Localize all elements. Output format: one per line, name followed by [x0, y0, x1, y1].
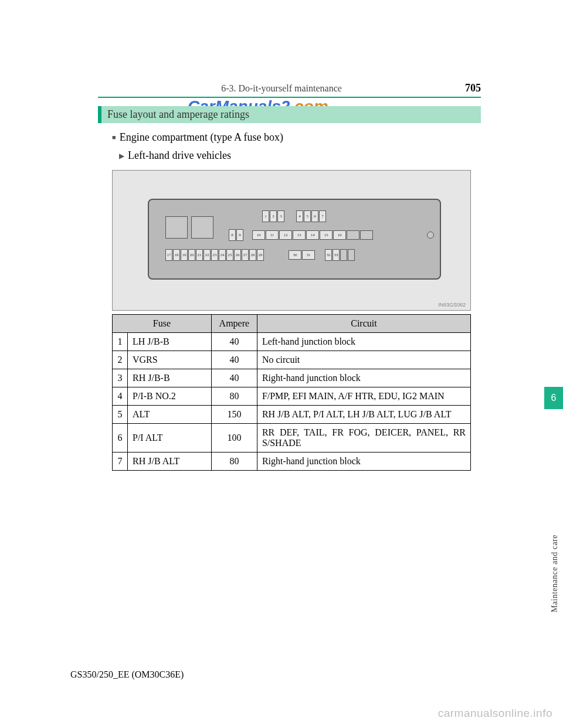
- fuse-slot: 20: [188, 249, 195, 261]
- table-row: 6P/I ALT100RR DEF, TAIL, FR FOG, DEICER,…: [113, 424, 471, 453]
- fuse-slot-blank: [347, 230, 359, 240]
- cell-ampere: 150: [211, 406, 257, 424]
- fuse-slot: 18: [173, 249, 180, 261]
- cell-ampere: 40: [211, 369, 257, 387]
- fuse-slot: 25: [226, 249, 233, 261]
- triangle-bullet-icon: ▶: [119, 152, 124, 160]
- cell-num: 2: [113, 351, 128, 369]
- fuse-slot: 19: [181, 249, 188, 261]
- fuse-slot: 2: [270, 210, 277, 222]
- fuse-slot: 31: [302, 250, 315, 260]
- cell-circuit: Right-hand junction block: [257, 453, 470, 471]
- fuse-slot: 14: [306, 230, 319, 240]
- relay-block: [191, 216, 213, 239]
- fuse-slot: 15: [320, 230, 333, 240]
- cell-num: 5: [113, 406, 128, 424]
- cell-ampere: 100: [211, 424, 257, 453]
- fuse-slot: 3: [277, 210, 284, 222]
- cell-circuit: RH J/B ALT, P/I ALT, LH J/B ALT, LUG J/B…: [257, 406, 470, 424]
- col-header-circuit: Circuit: [257, 315, 470, 333]
- cell-ampere: 80: [211, 453, 257, 471]
- subsubheading: ▶Left-hand drive vehicles: [119, 149, 481, 162]
- fuse-row-1: 1 2 3 4 5 6 7: [262, 210, 326, 222]
- fuse-box-diagram: 1 2 3 4 5 6 7 8 9 10 11 12 13: [112, 170, 471, 311]
- fuse-slot: 1: [262, 210, 269, 222]
- relay-block: [165, 216, 188, 239]
- fuse-slot: 4: [296, 210, 303, 222]
- cell-ampere: 40: [211, 351, 257, 369]
- fuse-slot: 7: [319, 210, 326, 222]
- square-bullet-icon: ■: [112, 134, 116, 141]
- subsubheading-text: Left-hand drive vehicles: [128, 149, 231, 161]
- cell-num: 1: [113, 333, 128, 351]
- table-row: 5ALT150RH J/B ALT, P/I ALT, LH J/B ALT, …: [113, 406, 471, 424]
- fuse-slot: 11: [266, 230, 279, 240]
- fuse-slot-blank: [348, 249, 355, 261]
- fuse-slot: 9: [236, 229, 243, 241]
- cell-circuit: F/PMP, EFI MAIN, A/F HTR, EDU, IG2 MAIN: [257, 387, 470, 406]
- fuse-row-3-right: 32 33: [325, 249, 355, 261]
- cell-circuit: Left-hand junction block: [257, 333, 470, 351]
- table-header-row: Fuse Ampere Circuit: [113, 315, 471, 333]
- cell-fuse: LH J/B-B: [128, 333, 212, 351]
- fuse-table: Fuse Ampere Circuit 1LH J/B-B40Left-hand…: [112, 314, 471, 471]
- fuse-slot: 24: [219, 249, 226, 261]
- fuse-slot: 26: [234, 249, 241, 261]
- fuse-row-2-left: 8 9: [229, 229, 243, 241]
- fuse-slot: 28: [249, 249, 256, 261]
- fuse-row-3-left: 17 18 19 20 21 22 23 24 25 26 27 28 29: [165, 249, 264, 261]
- fuse-slot: 8: [229, 229, 236, 241]
- cell-ampere: 40: [211, 333, 257, 351]
- col-header-ampere: Ampere: [211, 315, 257, 333]
- cell-fuse: VGRS: [128, 351, 212, 369]
- fuse-slot: 21: [196, 249, 203, 261]
- table-row: 3RH J/B-B40Right-hand junction block: [113, 369, 471, 387]
- fuse-slot-blank: [360, 230, 373, 240]
- subheading: ■Engine compartment (type A fuse box): [112, 131, 481, 144]
- cell-ampere: 80: [211, 387, 257, 406]
- cell-fuse: P/I-B NO.2: [128, 387, 212, 406]
- page-content: 6-3. Do-it-yourself maintenance 705 Fuse…: [0, 0, 563, 471]
- fuse-slot: 22: [204, 249, 211, 261]
- chapter-tab: 6: [544, 387, 563, 409]
- fuse-slot: 33: [333, 249, 340, 261]
- breadcrumb: 6-3. Do-it-yourself maintenance: [98, 83, 465, 94]
- cell-circuit: Right-hand junction block: [257, 369, 470, 387]
- cell-circuit: No circuit: [257, 351, 470, 369]
- fuse-box-outline: 1 2 3 4 5 6 7 8 9 10 11 12 13: [148, 199, 441, 280]
- footer-site-watermark: carmanualsonline.info: [438, 707, 552, 720]
- table-row: 4P/I-B NO.280F/PMP, EFI MAIN, A/F HTR, E…: [113, 387, 471, 406]
- table-row: 1LH J/B-B40Left-hand junction block: [113, 333, 471, 351]
- cell-circuit: RR DEF, TAIL, FR FOG, DEICER, PANEL, RR …: [257, 424, 470, 453]
- cell-fuse: RH J/B ALT: [128, 453, 212, 471]
- section-title: Fuse layout and amperage ratings: [98, 106, 481, 123]
- cell-num: 6: [113, 424, 128, 453]
- mounting-hole-icon: [427, 232, 434, 239]
- table-row: 7RH J/B ALT80Right-hand junction block: [113, 453, 471, 471]
- fuse-slot: 27: [242, 249, 249, 261]
- fuse-slot: 10: [252, 230, 265, 240]
- fuse-row-2-mid: 10 11 12 13 14 15 16: [252, 230, 373, 240]
- fuse-slot: 17: [165, 249, 172, 261]
- subheading-text: Engine compartment (type A fuse box): [120, 131, 283, 143]
- table-row: 2VGRS40No circuit: [113, 351, 471, 369]
- fuse-slot: 23: [211, 249, 218, 261]
- fuse-row-3-mid: 30 31: [289, 250, 315, 260]
- fuse-slot: 13: [293, 230, 306, 240]
- page-number: 705: [465, 82, 481, 94]
- cell-fuse: ALT: [128, 406, 212, 424]
- cell-fuse: P/I ALT: [128, 424, 212, 453]
- fuse-slot: 6: [311, 210, 318, 222]
- fuse-slot: 12: [279, 230, 292, 240]
- fuse-slot-blank: [340, 249, 347, 261]
- page-header: 6-3. Do-it-yourself maintenance 705: [98, 82, 481, 98]
- cell-num: 3: [113, 369, 128, 387]
- fuse-slot: 29: [257, 249, 264, 261]
- cell-num: 7: [113, 453, 128, 471]
- fuse-slot: 30: [289, 250, 301, 260]
- fuse-slot: 5: [304, 210, 311, 222]
- fuse-slot: 16: [333, 230, 346, 240]
- footer-doc-code: GS350/250_EE (OM30C36E): [70, 669, 184, 680]
- cell-num: 4: [113, 387, 128, 406]
- cell-fuse: RH J/B-B: [128, 369, 212, 387]
